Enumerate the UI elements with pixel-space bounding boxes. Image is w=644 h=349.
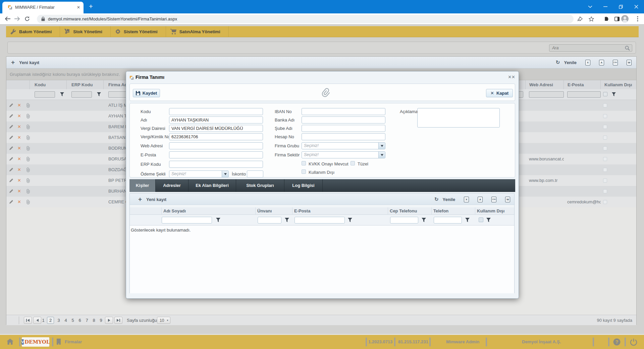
edit-pencil-icon[interactable] (9, 200, 13, 204)
power-icon[interactable] (630, 338, 638, 346)
filter-adi-soyadi-input[interactable] (162, 217, 212, 223)
aciklama-textarea[interactable] (417, 108, 500, 128)
adi-input[interactable] (169, 116, 263, 123)
page-number[interactable]: 3 (56, 317, 61, 324)
page-number[interactable]: 7 (84, 317, 90, 324)
delete-x-icon[interactable]: ✕ (17, 103, 21, 108)
address-bar[interactable]: demyol.mimware.net/Modules/SistemYonetim… (37, 15, 574, 23)
row-kullanim-checkbox[interactable] (603, 103, 607, 107)
attach-paperclip-icon[interactable] (322, 88, 330, 98)
new-tab-button[interactable]: + (86, 2, 96, 11)
page-number[interactable]: 5 (70, 317, 75, 324)
filter-eposta-input[interactable] (294, 217, 345, 223)
column-erp-kodu[interactable]: ERP Kodu (67, 80, 104, 89)
edit-pencil-icon[interactable] (9, 178, 13, 183)
menu-bakim-yonetimi[interactable]: Bakım Yönetimi (6, 26, 60, 37)
current-page[interactable]: 2 (47, 317, 54, 324)
filter-unvani-input[interactable] (258, 217, 281, 223)
attachment-paperclip-icon[interactable] (26, 178, 30, 183)
row-kullanim-checkbox[interactable] (603, 125, 607, 129)
attachment-paperclip-icon[interactable] (26, 124, 30, 129)
search-input[interactable] (549, 45, 632, 51)
new-record-button[interactable]: + Yeni kayıt (11, 57, 39, 68)
people-new-record-button[interactable]: + Yeni kayıt (138, 194, 166, 205)
column-unvani[interactable]: Ünvanı (256, 207, 292, 215)
page-length-select[interactable]: 10 ▼ (157, 317, 170, 324)
demyol-logo[interactable]: V DEMYOL (22, 337, 49, 347)
help-icon[interactable]: ? (613, 338, 621, 346)
attachment-paperclip-icon[interactable] (26, 200, 30, 204)
delete-x-icon[interactable]: ✕ (17, 167, 21, 172)
next-page-button[interactable] (105, 317, 113, 324)
export-pdf-icon[interactable]: A (478, 197, 483, 202)
kvkk-checkbox[interactable] (302, 161, 306, 165)
filter-cep-input[interactable] (390, 217, 418, 223)
delete-x-icon[interactable]: ✕ (17, 178, 21, 183)
export-xls-icon[interactable]: X (464, 197, 469, 202)
delete-x-icon[interactable]: ✕ (17, 146, 21, 151)
menu-sistem-yonetimi[interactable]: Sistem Yönetimi (111, 26, 166, 37)
edit-pencil-icon[interactable] (9, 135, 13, 140)
home-icon[interactable] (7, 339, 13, 345)
extensions-icon[interactable] (602, 13, 610, 24)
filter-kodu-input[interactable] (35, 91, 55, 98)
edit-pencil-icon[interactable] (9, 167, 13, 172)
attachment-paperclip-icon[interactable] (26, 103, 30, 108)
tab-close-icon[interactable]: ✕ (77, 5, 80, 10)
menu-stok-yonetimi[interactable]: Stok Yönetimi (60, 26, 110, 37)
browser-menu-icon[interactable] (634, 13, 641, 24)
column-adi-soyadi[interactable]: Adı Soyadı (162, 207, 256, 215)
export-pdf-icon[interactable]: A (599, 60, 604, 65)
filter-erp-input[interactable] (71, 91, 92, 98)
edit-pencil-icon[interactable] (9, 146, 13, 150)
filter-web-input[interactable] (529, 91, 564, 98)
filter-kullanim-checkbox[interactable] (603, 92, 607, 96)
tab-ek-alan-bilgileri[interactable]: Ek Alan Bilgileri (189, 179, 236, 192)
page-number[interactable]: 4 (63, 317, 68, 324)
column-kodu[interactable]: Kodu (30, 80, 67, 89)
tab-log-bilgisi[interactable]: Log Bilgisi (284, 179, 323, 192)
filter-erp-funnel-icon[interactable] (97, 92, 101, 96)
edit-pencil-icon[interactable] (9, 103, 13, 107)
row-kullanim-checkbox[interactable] (603, 114, 607, 118)
edit-pencil-icon[interactable] (9, 189, 13, 193)
window-restore-icon[interactable] (613, 0, 629, 13)
window-close-icon[interactable] (629, 0, 644, 13)
prev-page-button[interactable] (33, 317, 41, 324)
padlock-icon[interactable] (41, 17, 45, 21)
share-icon[interactable] (576, 13, 584, 24)
page-number[interactable]: 6 (77, 317, 83, 324)
row-kullanim-checkbox[interactable] (603, 200, 607, 204)
column-telefon[interactable]: Telefon (432, 207, 475, 215)
back-icon[interactable] (3, 13, 12, 24)
filter-telefon-input[interactable] (434, 217, 462, 223)
close-button[interactable]: ✕ Kapat (486, 89, 513, 97)
attachment-paperclip-icon[interactable] (26, 167, 30, 172)
filter-kodu-funnel-icon[interactable] (60, 92, 64, 96)
firma-grubu-select[interactable]: Seçiniz! (302, 142, 385, 149)
tab-stok-gruplari[interactable]: Stok Grupları (236, 179, 284, 192)
filter-eposta-input[interactable] (567, 91, 601, 98)
attachment-paperclip-icon[interactable] (26, 157, 30, 161)
dialog-close-icon[interactable]: ✕✕ (508, 74, 515, 80)
delete-x-icon[interactable]: ✕ (17, 189, 21, 194)
browser-tab[interactable]: MIMWARE / Firmalar ✕ (2, 2, 84, 13)
reload-icon[interactable] (23, 13, 32, 24)
forward-icon[interactable] (13, 13, 21, 24)
edit-pencil-icon[interactable] (9, 114, 13, 118)
filter-kullanim-funnel-icon[interactable] (612, 92, 616, 96)
attachment-paperclip-icon[interactable] (26, 135, 30, 140)
page-number[interactable]: 8 (91, 317, 97, 324)
sube-adi-input[interactable] (302, 125, 385, 132)
attachment-paperclip-icon[interactable] (26, 114, 30, 118)
vergi-kimlik-input[interactable] (169, 133, 263, 140)
web-adresi-input[interactable] (169, 142, 263, 149)
filter-kullanim-checkbox[interactable] (479, 217, 483, 222)
people-refresh-button[interactable]: ↻ Yenile (434, 196, 455, 202)
export-xls-icon[interactable]: X (585, 60, 590, 65)
edit-pencil-icon[interactable] (9, 124, 13, 129)
funnel-icon[interactable] (285, 218, 289, 222)
vergi-dairesi-input[interactable] (169, 125, 263, 132)
funnel-icon[interactable] (486, 218, 491, 222)
column-web-adresi[interactable]: Web Adresi (526, 80, 564, 89)
